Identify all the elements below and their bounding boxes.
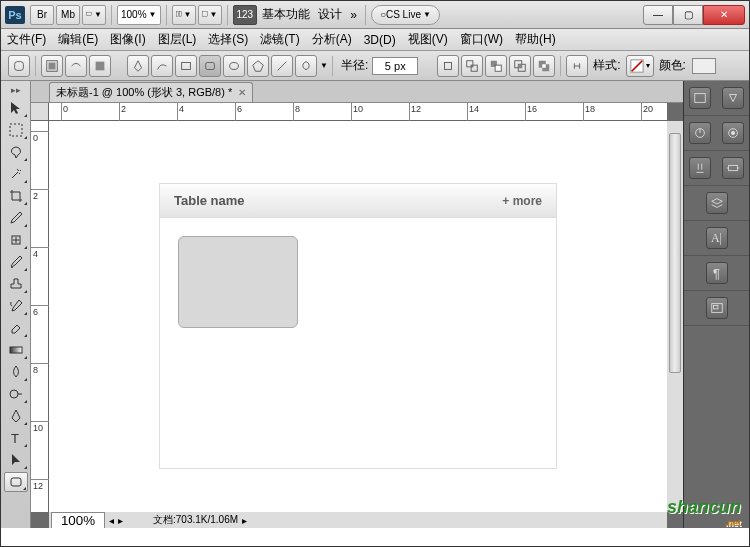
fill-pixels-button[interactable] bbox=[89, 55, 111, 77]
options-bar: ▼ 半径: 样式: ▾ 颜色: bbox=[1, 51, 749, 81]
shape-options-dropdown[interactable]: ▼ bbox=[320, 61, 328, 70]
menu-bar: 文件(F) 编辑(E) 图像(I) 图层(L) 选择(S) 滤镜(T) 分析(A… bbox=[1, 29, 749, 51]
close-button[interactable]: ✕ bbox=[703, 5, 745, 25]
paragraph-panel-icon[interactable]: ¶ bbox=[706, 262, 728, 284]
menu-select[interactable]: 选择(S) bbox=[208, 31, 248, 48]
swatches-panel-icon[interactable] bbox=[722, 87, 744, 109]
minimize-button[interactable]: — bbox=[643, 5, 673, 25]
svg-rect-3 bbox=[202, 12, 207, 17]
pen-tool[interactable] bbox=[4, 406, 28, 426]
roundrect-shape-button[interactable] bbox=[199, 55, 221, 77]
color-swatch[interactable] bbox=[692, 58, 716, 74]
radius-input[interactable] bbox=[372, 57, 418, 75]
svg-rect-2 bbox=[179, 12, 181, 17]
menu-view[interactable]: 视图(V) bbox=[408, 31, 448, 48]
menu-edit[interactable]: 编辑(E) bbox=[58, 31, 98, 48]
svg-rect-33 bbox=[695, 94, 706, 103]
workspace-design[interactable]: 设计 bbox=[318, 6, 342, 23]
stamp-tool[interactable] bbox=[4, 274, 28, 294]
style-picker[interactable]: ▾ bbox=[626, 55, 654, 77]
freeform-pen-button[interactable] bbox=[151, 55, 173, 77]
custom-shape-button[interactable] bbox=[295, 55, 317, 77]
cslive-button[interactable]: ○ CS Live▼ bbox=[371, 5, 440, 25]
shape-layers-button[interactable] bbox=[41, 55, 63, 77]
screen-mode-button[interactable]: ▼ bbox=[82, 5, 106, 25]
brush-panel-icon[interactable] bbox=[689, 157, 711, 179]
clone-panel-icon[interactable] bbox=[722, 157, 744, 179]
pathop-intersect-button[interactable] bbox=[509, 55, 531, 77]
healing-tool[interactable] bbox=[4, 230, 28, 250]
lasso-tool[interactable] bbox=[4, 142, 28, 162]
link-button[interactable] bbox=[566, 55, 588, 77]
menu-help[interactable]: 帮助(H) bbox=[515, 31, 556, 48]
crop-tool[interactable] bbox=[4, 186, 28, 206]
svg-point-10 bbox=[230, 62, 239, 69]
svg-rect-0 bbox=[87, 13, 92, 16]
dodge-tool[interactable] bbox=[4, 384, 28, 404]
line-shape-button[interactable] bbox=[271, 55, 293, 77]
paths-button[interactable] bbox=[65, 55, 87, 77]
zoom-right-icon[interactable]: ▸ bbox=[118, 515, 123, 526]
ruler-origin[interactable] bbox=[31, 103, 49, 121]
docinfo-value: 703.1K/1.06M bbox=[176, 514, 238, 525]
blur-tool[interactable] bbox=[4, 362, 28, 382]
eyedropper-tool[interactable] bbox=[4, 208, 28, 228]
docinfo-dropdown-icon[interactable]: ▸ bbox=[242, 515, 247, 526]
num-button[interactable]: 123 bbox=[233, 5, 258, 25]
history-brush-tool[interactable] bbox=[4, 296, 28, 316]
tool-preset-button[interactable] bbox=[8, 55, 30, 77]
brush-tool[interactable] bbox=[4, 252, 28, 272]
radius-label: 半径: bbox=[341, 57, 368, 74]
pathop-exclude-button[interactable] bbox=[533, 55, 555, 77]
move-tool[interactable] bbox=[4, 98, 28, 118]
svg-rect-37 bbox=[728, 165, 737, 170]
wand-tool[interactable] bbox=[4, 164, 28, 184]
style-label: 样式: bbox=[593, 57, 620, 74]
menu-layer[interactable]: 图层(L) bbox=[158, 31, 197, 48]
marquee-tool[interactable] bbox=[4, 120, 28, 140]
document-tab[interactable]: 未标题-1 @ 100% (形状 3, RGB/8) * ✕ bbox=[49, 82, 253, 102]
pen-shape-button[interactable] bbox=[127, 55, 149, 77]
layers-panel-icon[interactable] bbox=[706, 192, 728, 214]
canvas[interactable]: Table name + more bbox=[49, 121, 667, 512]
tab-close-icon[interactable]: ✕ bbox=[238, 87, 246, 98]
screen-button[interactable]: ▼ bbox=[198, 5, 222, 25]
shape-tool[interactable] bbox=[4, 472, 28, 492]
eraser-tool[interactable] bbox=[4, 318, 28, 338]
zoom-input[interactable] bbox=[51, 512, 105, 529]
menu-3d[interactable]: 3D(D) bbox=[364, 33, 396, 47]
maximize-button[interactable]: ▢ bbox=[673, 5, 703, 25]
adjustments-panel-icon[interactable] bbox=[689, 122, 711, 144]
menu-image[interactable]: 图像(I) bbox=[110, 31, 145, 48]
gradient-tool[interactable] bbox=[4, 340, 28, 360]
masks-panel-icon[interactable] bbox=[722, 122, 744, 144]
arrange-docs-button[interactable]: ▼ bbox=[172, 5, 196, 25]
workspace-more[interactable]: » bbox=[350, 8, 357, 22]
zoom-left-icon[interactable]: ◂ bbox=[109, 515, 114, 526]
pathop-add-button[interactable] bbox=[461, 55, 483, 77]
workspace-essentials[interactable]: 基本功能 bbox=[262, 6, 310, 23]
bridge-button[interactable]: Br bbox=[30, 5, 54, 25]
svg-point-36 bbox=[731, 131, 735, 135]
pathop-subtract-button[interactable] bbox=[485, 55, 507, 77]
navigator-panel-icon[interactable] bbox=[706, 297, 728, 319]
type-tool[interactable]: T bbox=[4, 428, 28, 448]
horizontal-ruler[interactable]: 02468101214161820 bbox=[49, 103, 667, 121]
ellipse-shape-button[interactable] bbox=[223, 55, 245, 77]
menu-analysis[interactable]: 分析(A) bbox=[312, 31, 352, 48]
toolbar-collapse-icon[interactable]: ▸▸ bbox=[11, 85, 21, 95]
menu-file[interactable]: 文件(F) bbox=[7, 31, 46, 48]
path-select-tool[interactable] bbox=[4, 450, 28, 470]
color-panel-icon[interactable] bbox=[689, 87, 711, 109]
docinfo-label: 文档: bbox=[153, 514, 176, 525]
pathop-new-button[interactable] bbox=[437, 55, 459, 77]
character-panel-icon[interactable]: A| bbox=[706, 227, 728, 249]
zoom-level-dropdown[interactable]: 100%▼ bbox=[117, 5, 161, 25]
menu-window[interactable]: 窗口(W) bbox=[460, 31, 503, 48]
vertical-scrollbar[interactable] bbox=[667, 121, 683, 512]
minibridge-button[interactable]: Mb bbox=[56, 5, 80, 25]
vertical-ruler[interactable]: 024681012 bbox=[31, 121, 49, 512]
rect-shape-button[interactable] bbox=[175, 55, 197, 77]
polygon-shape-button[interactable] bbox=[247, 55, 269, 77]
menu-filter[interactable]: 滤镜(T) bbox=[260, 31, 299, 48]
